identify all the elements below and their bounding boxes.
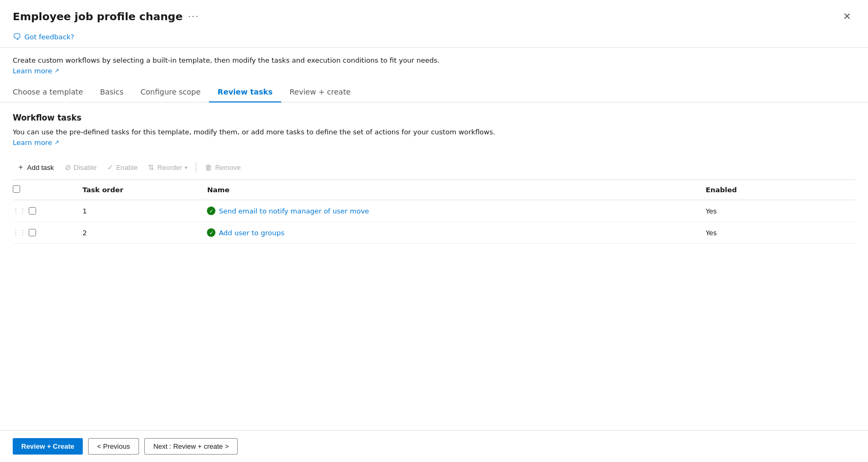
tabs-bar: Choose a template Basics Configure scope…: [0, 77, 868, 102]
page-wrapper: Employee job profile change ··· ✕ 🗨 Got …: [0, 0, 868, 462]
enable-button[interactable]: ✓ Enable: [103, 161, 142, 174]
drag-handle-icon[interactable]: ⋮⋮: [13, 207, 27, 215]
tab-review-create[interactable]: Review + create: [281, 83, 359, 102]
add-task-label: Add task: [27, 164, 54, 172]
workflow-tasks-learn-more-label: Learn more: [13, 139, 52, 147]
intro-text: Create custom workflows by selecting a b…: [13, 56, 855, 64]
row1-order: 1: [83, 200, 207, 222]
row2-task-link[interactable]: Add user to groups: [219, 229, 284, 237]
row2-handle: ⋮⋮: [13, 229, 76, 236]
toolbar-separator: [196, 162, 196, 173]
remove-label: Remove: [215, 164, 240, 172]
workflow-tasks-ext-icon: ↗: [54, 139, 59, 146]
row2-task-name-wrapper: ✓ Add user to groups: [207, 228, 699, 237]
reorder-label: Reorder: [157, 164, 182, 172]
add-icon: ＋: [17, 162, 24, 172]
row1-name-cell: ✓ Send email to notify manager of user m…: [207, 200, 706, 222]
disable-label: Disable: [74, 164, 97, 172]
next-button[interactable]: Next : Review + create >: [144, 438, 238, 455]
row2-name-cell: ✓ Add user to groups: [207, 222, 706, 244]
row2-handle-cell: ⋮⋮: [13, 222, 83, 244]
workflow-tasks-title: Workflow tasks: [13, 113, 855, 123]
remove-button[interactable]: 🗑 Remove: [201, 161, 245, 174]
external-link-icon: ↗: [54, 67, 59, 74]
col-header-name: Name: [207, 180, 706, 200]
row2-enabled: Yes: [706, 222, 855, 244]
tab-review-tasks[interactable]: Review tasks: [209, 83, 281, 102]
feedback-bar[interactable]: 🗨 Got feedback?: [0, 29, 868, 47]
row1-checkbox[interactable]: [29, 207, 36, 215]
row2-status-icon: ✓: [207, 228, 215, 237]
row1-task-link[interactable]: Send email to notify manager of user mov…: [219, 207, 369, 215]
feedback-label: Got feedback?: [24, 33, 74, 41]
reorder-chevron: ▾: [185, 165, 187, 170]
workflow-tasks-learn-more-section: Learn more ↗: [13, 138, 855, 147]
remove-icon: 🗑: [205, 163, 212, 172]
page-title: Employee job profile change: [13, 10, 183, 23]
workflow-tasks-learn-more-link[interactable]: Learn more ↗: [13, 139, 59, 147]
intro-learn-more-link[interactable]: Learn more ↗: [13, 67, 59, 75]
disable-icon: ⊘: [65, 163, 71, 172]
drag-handle-icon[interactable]: ⋮⋮: [13, 229, 27, 236]
close-button[interactable]: ✕: [839, 8, 855, 24]
feedback-icon: 🗨: [13, 32, 21, 42]
header: Employee job profile change ··· ✕: [0, 0, 868, 29]
col-header-task-order: Task order: [83, 180, 207, 200]
intro-section: Create custom workflows by selecting a b…: [0, 48, 868, 77]
select-all-checkbox[interactable]: [13, 185, 20, 193]
tab-choose-template[interactable]: Choose a template: [13, 83, 91, 102]
disable-button[interactable]: ⊘ Disable: [60, 161, 101, 174]
main-content: Workflow tasks You can use the pre-defin…: [0, 102, 868, 430]
row1-handle: ⋮⋮: [13, 207, 76, 215]
add-task-button[interactable]: ＋ Add task: [13, 160, 58, 174]
row1-handle-cell: ⋮⋮: [13, 200, 83, 222]
header-checkbox-cell: [13, 180, 83, 200]
reorder-button[interactable]: ⇅ Reorder ▾: [144, 161, 192, 174]
col-header-enabled: Enabled: [706, 180, 855, 200]
tab-basics[interactable]: Basics: [91, 83, 132, 102]
table-header-row: Task order Name Enabled: [13, 180, 855, 200]
enable-icon: ✓: [107, 163, 114, 172]
intro-learn-more-label: Learn more: [13, 67, 52, 75]
row1-enabled: Yes: [706, 200, 855, 222]
task-toolbar: ＋ Add task ⊘ Disable ✓ Enable ⇅ Reorder …: [13, 155, 855, 180]
workflow-tasks-description: You can use the pre-defined tasks for th…: [13, 128, 855, 136]
tab-configure-scope[interactable]: Configure scope: [132, 83, 209, 102]
reorder-icon: ⇅: [148, 163, 154, 172]
header-ellipsis-menu[interactable]: ···: [188, 12, 199, 22]
previous-button[interactable]: < Previous: [88, 438, 139, 455]
header-left: Employee job profile change ···: [13, 10, 199, 23]
row2-checkbox[interactable]: [29, 229, 36, 236]
footer: Review + Create < Previous Next : Review…: [0, 430, 868, 462]
enable-label: Enable: [116, 164, 137, 172]
row1-status-icon: ✓: [207, 207, 215, 215]
review-create-button[interactable]: Review + Create: [13, 438, 83, 455]
table-row: ⋮⋮ 2 ✓ Add user to groups Yes: [13, 222, 855, 244]
row1-task-name-wrapper: ✓ Send email to notify manager of user m…: [207, 207, 699, 215]
task-table: Task order Name Enabled ⋮⋮ 1: [13, 180, 855, 244]
row2-order: 2: [83, 222, 207, 244]
table-row: ⋮⋮ 1 ✓ Send email to notify manager of u…: [13, 200, 855, 222]
